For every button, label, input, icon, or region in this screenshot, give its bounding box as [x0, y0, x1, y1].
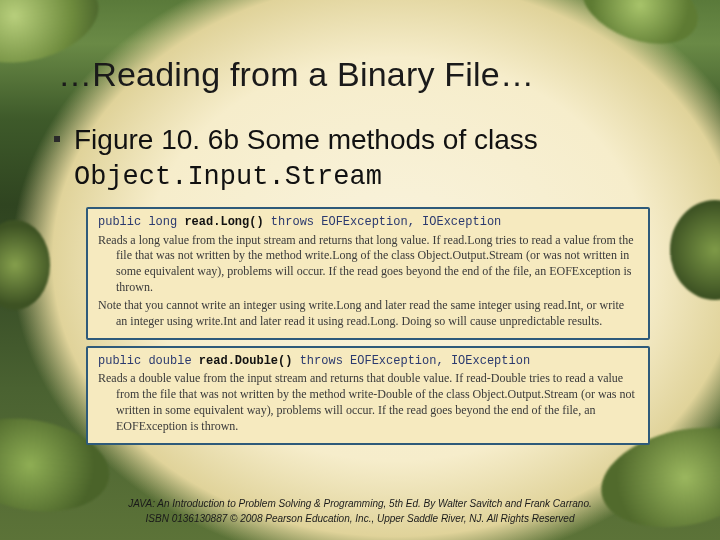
slide-footer: JAVA: An Introduction to Problem Solving… [0, 497, 720, 526]
method-description: Reads a long value from the input stream… [98, 233, 638, 296]
footer-line-2: ISBN 0136130887 © 2008 Pearson Education… [0, 512, 720, 527]
method-description: Note that you cannot write an integer us… [98, 298, 638, 330]
content-area: …Reading from a Binary File… Figure 10. … [0, 0, 720, 540]
sig-method: read.Long() [184, 215, 263, 229]
method-panel: public double read.Double() throws EOFEx… [86, 346, 650, 445]
sig-pre: public long [98, 215, 184, 229]
bullet-dot-icon [54, 136, 60, 142]
bullet-item: Figure 10. 6b Some methods of class Obje… [54, 122, 670, 195]
bullet-lead: Figure 10. 6b Some methods of class [74, 124, 538, 155]
sig-post: throws EOFException, IOException [264, 215, 502, 229]
panel-inner: public long read.Long() throws EOFExcept… [88, 209, 648, 338]
slide: …Reading from a Binary File… Figure 10. … [0, 0, 720, 540]
bullet-code: Object.Input.Stream [74, 162, 382, 192]
panel-inner: public double read.Double() throws EOFEx… [88, 348, 648, 443]
method-signature: public double read.Double() throws EOFEx… [98, 354, 638, 370]
footer-line-1: JAVA: An Introduction to Problem Solving… [0, 497, 720, 512]
method-description: Reads a double value from the input stre… [98, 371, 638, 434]
bullet-text: Figure 10. 6b Some methods of class Obje… [74, 122, 670, 195]
method-panel: public long read.Long() throws EOFExcept… [86, 207, 650, 340]
sig-post: throws EOFException, IOException [292, 354, 530, 368]
sig-method: read.Double() [199, 354, 293, 368]
slide-title: …Reading from a Binary File… [58, 55, 670, 94]
sig-pre: public double [98, 354, 199, 368]
method-signature: public long read.Long() throws EOFExcept… [98, 215, 638, 231]
